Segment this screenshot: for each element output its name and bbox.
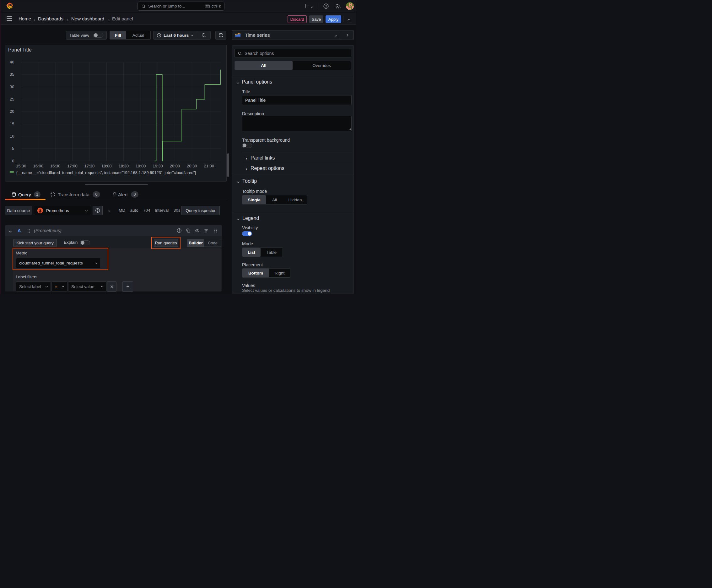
svg-text:16:30: 16:30 — [50, 164, 61, 168]
svg-text:40: 40 — [10, 60, 14, 64]
svg-text:18:00: 18:00 — [102, 164, 112, 168]
svg-text:19:30: 19:30 — [153, 164, 163, 168]
svg-text:10: 10 — [10, 134, 14, 139]
svg-text:20:00: 20:00 — [170, 164, 180, 168]
svg-text:19:00: 19:00 — [136, 164, 146, 168]
svg-text:15: 15 — [10, 122, 14, 126]
svg-text:{__name__="cloudflared_tunnel_: {__name__="cloudflared_tunnel_total_requ… — [16, 170, 196, 175]
svg-text:18:30: 18:30 — [118, 164, 129, 168]
svg-text:20:30: 20:30 — [187, 164, 197, 168]
svg-text:25: 25 — [10, 97, 14, 102]
svg-text:21:00: 21:00 — [204, 164, 214, 168]
svg-text:30: 30 — [10, 84, 14, 89]
svg-text:35: 35 — [10, 72, 14, 77]
svg-text:17:30: 17:30 — [84, 164, 95, 168]
svg-text:5: 5 — [12, 146, 14, 151]
svg-text:0: 0 — [12, 159, 14, 163]
svg-text:16:00: 16:00 — [33, 164, 43, 168]
svg-text:20: 20 — [10, 109, 14, 114]
svg-text:15:30: 15:30 — [16, 164, 26, 168]
svg-text:17:00: 17:00 — [67, 164, 78, 168]
